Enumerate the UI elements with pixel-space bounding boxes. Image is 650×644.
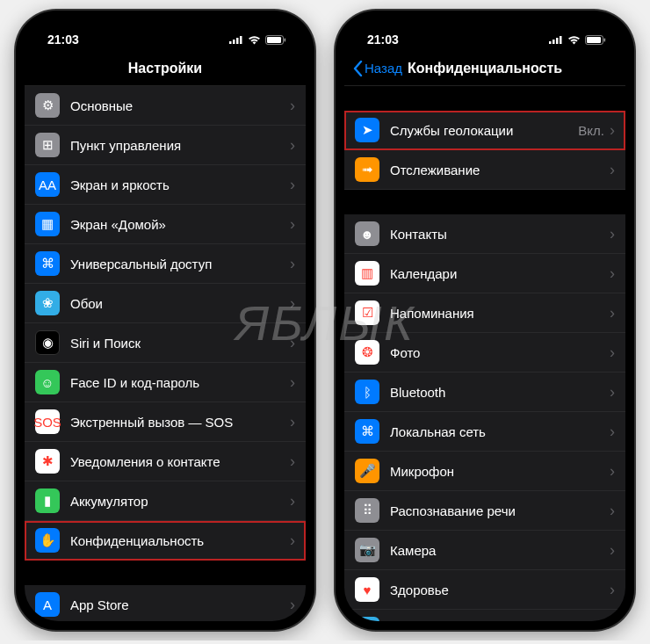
settings-row[interactable]: ☻Контакты› xyxy=(344,214,625,254)
siri-icon: ◉ xyxy=(35,330,60,355)
page-title: Настройки xyxy=(128,61,202,76)
row-label: Здоровье xyxy=(390,582,610,597)
settings-row[interactable]: ➤Службы геолокацииВкл.› xyxy=(344,111,625,150)
health-icon: ♥ xyxy=(355,577,379,602)
chevron-right-icon: › xyxy=(290,373,295,392)
svg-rect-6 xyxy=(285,38,286,41)
privacy-icon: ✋ xyxy=(35,528,60,553)
bluetooth-icon: ᛒ xyxy=(355,380,379,404)
svg-rect-12 xyxy=(587,37,601,43)
settings-row[interactable]: ▦Экран «Домой»› xyxy=(25,205,306,244)
chevron-right-icon: › xyxy=(610,121,615,140)
svg-rect-13 xyxy=(604,38,606,41)
battery-icon: ▮ xyxy=(35,488,60,513)
row-label: Контакты xyxy=(390,227,610,242)
gear-icon: ⚙︎ xyxy=(35,93,60,118)
sos-icon: SOS xyxy=(35,409,60,434)
privacy-list[interactable]: ➤Службы геолокацииВкл.›➟Отслеживание›☻Ко… xyxy=(344,86,625,621)
settings-row[interactable]: ▮Аккумулятор› xyxy=(25,481,306,521)
back-label: Назад xyxy=(365,61,402,76)
row-label: Bluetooth xyxy=(390,385,610,400)
chevron-right-icon: › xyxy=(610,581,615,599)
wifi-icon xyxy=(248,35,261,45)
row-label: Уведомления о контакте xyxy=(70,454,290,469)
phone-right: 21:03 Назад Конфиденциальность ➤Службы г… xyxy=(336,11,634,630)
chevron-right-icon: › xyxy=(290,334,295,352)
exposure-icon: ✱ xyxy=(35,449,60,474)
settings-row[interactable]: ⚙︎Основные› xyxy=(25,86,306,126)
settings-row[interactable]: ➟Отслеживание› xyxy=(344,150,625,190)
contacts-icon: ☻ xyxy=(355,221,379,246)
settings-row[interactable]: ⌘Локальная сеть› xyxy=(344,412,625,452)
home-screen-icon: ▦ xyxy=(35,212,60,236)
settings-row[interactable]: ⊞Пункт управления› xyxy=(25,126,306,165)
settings-row[interactable]: ⌘Универсальный доступ› xyxy=(25,244,306,284)
settings-row[interactable]: SOSЭкстренный вызов — SOS› xyxy=(25,402,306,442)
settings-row[interactable]: ♥Здоровье› xyxy=(344,570,625,610)
group-gap xyxy=(344,86,625,111)
accessibility-icon: ⌘ xyxy=(35,251,60,276)
settings-row[interactable]: ᛒBluetooth› xyxy=(344,373,625,412)
svg-rect-8 xyxy=(552,40,555,44)
settings-row[interactable]: ☑Напоминания› xyxy=(344,293,625,333)
row-detail: Вкл. xyxy=(578,123,604,138)
location-icon: ➤ xyxy=(355,118,379,142)
back-button[interactable]: Назад xyxy=(353,61,402,76)
group-gap xyxy=(25,561,306,585)
chevron-right-icon: › xyxy=(290,532,295,550)
settings-row[interactable]: ◉Siri и Поиск› xyxy=(25,323,306,363)
chevron-right-icon: › xyxy=(290,255,295,273)
settings-list[interactable]: ⚙︎Основные›⊞Пункт управления›AAЭкран и я… xyxy=(25,86,306,621)
settings-row[interactable]: ☺Face ID и код-пароль› xyxy=(25,363,306,402)
tracking-icon: ➟ xyxy=(355,157,379,182)
chevron-right-icon: › xyxy=(290,136,295,155)
photos-icon: ❂ xyxy=(355,340,379,365)
battery-icon xyxy=(585,35,606,45)
group-gap xyxy=(344,190,625,214)
notch xyxy=(419,19,551,40)
chevron-right-icon: › xyxy=(610,423,615,441)
settings-row[interactable]: AAЭкран и яркость› xyxy=(25,165,306,205)
settings-row[interactable]: ❂Фото› xyxy=(344,333,625,373)
chevron-right-icon: › xyxy=(290,294,295,313)
settings-row[interactable]: ✋Конфиденциальность› xyxy=(25,521,306,561)
phone-left: 21:03 Настройки ⚙︎Основные›⊞Пункт управл… xyxy=(16,11,314,630)
svg-rect-1 xyxy=(233,40,235,44)
time: 21:03 xyxy=(47,33,79,47)
settings-row[interactable]: 🎤Микрофон› xyxy=(344,452,625,491)
time: 21:03 xyxy=(367,33,399,47)
status-icons xyxy=(549,35,606,45)
row-label: Микрофон xyxy=(390,464,610,479)
chevron-right-icon: › xyxy=(610,304,615,322)
control-center-icon: ⊞ xyxy=(35,133,60,157)
settings-row[interactable]: ▥Календари› xyxy=(344,254,625,293)
svg-rect-3 xyxy=(240,36,242,44)
chevron-right-icon: › xyxy=(610,383,615,402)
svg-rect-9 xyxy=(556,38,559,44)
settings-row[interactable]: ⌘Данные датчиков и использования› xyxy=(344,610,625,621)
battery-icon xyxy=(265,35,286,45)
svg-rect-10 xyxy=(560,36,562,44)
settings-row[interactable]: ❀Обои› xyxy=(25,284,306,323)
settings-row[interactable]: ✱Уведомления о контакте› xyxy=(25,442,306,481)
chevron-right-icon: › xyxy=(610,225,615,243)
chevron-right-icon: › xyxy=(610,541,615,560)
camera-icon: 📷 xyxy=(355,538,379,562)
row-label: Экран и яркость xyxy=(70,177,290,192)
wifi-icon xyxy=(567,35,581,45)
row-label: Отслеживание xyxy=(390,163,610,177)
signal-icon xyxy=(549,35,563,44)
chevron-right-icon: › xyxy=(610,344,615,362)
row-label: Напоминания xyxy=(390,306,610,321)
chevron-right-icon: › xyxy=(610,264,615,283)
settings-row[interactable]: AApp Store› xyxy=(25,585,306,621)
settings-row[interactable]: 📷Камера› xyxy=(344,531,625,570)
notch xyxy=(99,19,231,40)
chevron-right-icon: › xyxy=(290,413,295,431)
screen-right: 21:03 Назад Конфиденциальность ➤Службы г… xyxy=(344,19,625,621)
row-label: Face ID и код-пароль xyxy=(70,375,290,390)
row-label: Обои xyxy=(70,296,290,311)
row-label: Камера xyxy=(390,543,610,558)
row-label: Основные xyxy=(70,98,290,113)
settings-row[interactable]: ⠿Распознавание речи› xyxy=(344,491,625,531)
